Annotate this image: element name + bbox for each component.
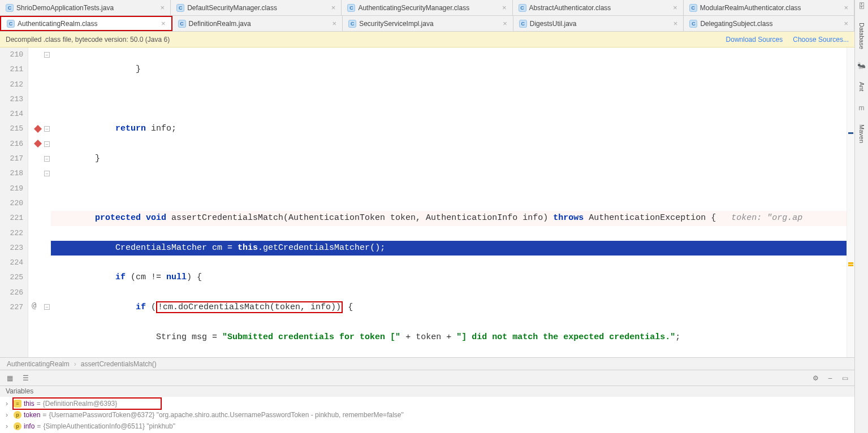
variable-row[interactable]: › ≡ this = {DefinitionRealm@6393}	[0, 398, 854, 409]
tab-def-realm[interactable]: CDefinitionRealm.java×	[172, 16, 343, 31]
tree-view-icon[interactable]: ☰	[20, 373, 31, 383]
line-number: 224	[0, 256, 23, 270]
class-icon: C	[689, 4, 697, 12]
close-icon[interactable]: ×	[673, 3, 677, 12]
close-icon[interactable]: ×	[161, 19, 166, 28]
tab-label: AuthenticatingRealm.class	[18, 20, 97, 28]
close-icon[interactable]: ×	[844, 19, 848, 28]
download-sources-link[interactable]: Download Sources	[726, 36, 783, 44]
variable-eq: =	[42, 411, 46, 419]
class-icon: C	[347, 4, 355, 12]
fold-handle[interactable]: –	[44, 171, 50, 176]
right-tool-strip: 🗄 Database 🐜 Ant m Maven	[854, 0, 868, 433]
line-number: 222	[0, 226, 23, 241]
tab-label: DefaultSecurityManager.class	[187, 4, 277, 12]
tab-deleg-subj[interactable]: CDelegatingSubject.class×	[684, 16, 854, 31]
close-icon[interactable]: ×	[673, 19, 678, 28]
code-editor[interactable]: 210 211 212 213 214 215 216 217 218 219 …	[0, 47, 854, 357]
scroll-mark	[848, 262, 853, 264]
variables-panel-title: Variables	[0, 386, 854, 397]
fold-handle[interactable]: –	[44, 126, 50, 132]
breadcrumb-class[interactable]: AuthenticatingRealm	[7, 360, 70, 368]
tab-mod-realm-auth[interactable]: CModularRealmAuthenticator.class×	[684, 0, 854, 15]
maven-tool-button[interactable]: Maven	[857, 122, 866, 145]
fold-handle[interactable]: –	[44, 52, 50, 58]
code-area[interactable]: } return info; } protected void assertCr…	[51, 47, 847, 357]
variable-eq: =	[37, 400, 41, 408]
param-icon: p	[14, 411, 21, 419]
code-text: token: "org.ap	[731, 213, 802, 223]
breadcrumb: AuthenticatingRealm › assertCredentialsM…	[0, 357, 854, 370]
tab-auth-sec-mgr[interactable]: CAuthenticatingSecurityManager.class×	[342, 0, 512, 15]
tab-abstract-auth[interactable]: CAbstractAuthenticator.class×	[513, 0, 684, 15]
close-icon[interactable]: ×	[161, 3, 165, 12]
expand-icon[interactable]: ›	[6, 400, 11, 408]
class-icon: C	[7, 20, 15, 28]
minimize-icon[interactable]: –	[825, 373, 835, 383]
tab-label: AbstractAuthenticator.class	[529, 4, 611, 12]
expand-icon[interactable]: ›	[6, 411, 11, 419]
tab-auth-realm[interactable]: CAuthenticatingRealm.class×	[0, 16, 172, 31]
database-tool-button[interactable]: Database	[857, 20, 866, 51]
class-icon: C	[176, 4, 184, 12]
close-icon[interactable]: ×	[331, 3, 336, 12]
close-icon[interactable]: ×	[503, 19, 507, 28]
table-view-icon[interactable]: ▦	[5, 373, 15, 383]
breadcrumb-method[interactable]: assertCredentialsMatch()	[81, 360, 157, 368]
tab-default-sec-mgr[interactable]: CDefaultSecurityManager.class×	[171, 0, 342, 15]
bookmark-icon[interactable]	[34, 125, 42, 133]
code-text: protected void	[95, 213, 166, 223]
variables-panel: › ≡ this = {DefinitionRealm@6393} › p to…	[0, 397, 854, 433]
code-text: throws	[553, 213, 584, 223]
tab-digests[interactable]: CDigestsUtil.java×	[513, 16, 684, 31]
tab-label: ModularRealmAuthenticator.class	[700, 4, 801, 12]
line-number: 221	[0, 211, 23, 226]
code-text: assertCredentialsMatch(AuthenticationTok…	[166, 213, 553, 223]
expand-icon[interactable]: ›	[6, 422, 11, 430]
code-text: (cm !=	[126, 272, 166, 282]
code-text: if	[115, 272, 126, 282]
code-text: + token +	[400, 332, 456, 342]
tab-sec-svc[interactable]: CSecurityServiceImpl.java×	[343, 16, 513, 31]
fold-handle[interactable]: –	[44, 141, 50, 147]
editor-scrollbar[interactable]	[847, 47, 854, 357]
tab-shrio-demo[interactable]: CShrioDemoApplicationTests.java×	[0, 0, 171, 15]
variable-row[interactable]: › p token = {UsernamePasswordToken@6372}…	[0, 409, 854, 421]
close-icon[interactable]: ×	[502, 3, 507, 12]
decompiled-notice: Decompiled .class file, bytecode version…	[0, 32, 854, 47]
debug-toolbar: ▦ ☰ ⚙ – ▭	[0, 370, 854, 386]
tab-label: ShrioDemoApplicationTests.java	[16, 4, 114, 12]
code-text: if	[136, 302, 146, 312]
line-number: 213	[0, 92, 23, 107]
code-text: }	[54, 64, 141, 74]
tabs-row-1: CShrioDemoApplicationTests.java× CDefaul…	[0, 0, 854, 16]
choose-sources-link[interactable]: Choose Sources...	[793, 36, 849, 44]
tabs-row-2: CAuthenticatingRealm.class× CDefinitionR…	[0, 16, 854, 32]
fold-handle[interactable]: –	[44, 304, 50, 310]
variable-name: info	[24, 422, 34, 430]
variable-row[interactable]: › p info = {SimpleAuthenticationInfo@651…	[0, 421, 854, 432]
restore-icon[interactable]: ▭	[840, 373, 850, 383]
class-icon: C	[689, 20, 697, 28]
close-icon[interactable]: ×	[332, 19, 337, 28]
override-icon[interactable]: @	[32, 301, 40, 309]
class-icon: C	[178, 20, 186, 28]
gear-icon[interactable]: ⚙	[810, 373, 821, 383]
line-number: 217	[0, 151, 23, 166]
tab-label: AuthenticatingSecurityManager.class	[358, 4, 469, 12]
line-number: 220	[0, 196, 23, 211]
param-icon: p	[14, 422, 21, 430]
ant-icon: 🐜	[857, 62, 866, 70]
variable-value: {UsernamePasswordToken@6372} "org.apache…	[49, 411, 403, 419]
bookmark-icon[interactable]	[34, 140, 42, 148]
ant-tool-button[interactable]: Ant	[857, 80, 866, 94]
line-number: 214	[0, 107, 23, 122]
panel-title: Variables	[6, 387, 33, 395]
fold-handle[interactable]: –	[44, 156, 50, 162]
line-number: 215	[0, 122, 23, 136]
tab-label: SecurityServiceImpl.java	[359, 20, 433, 28]
gutter-marks: – – – – – – @	[28, 47, 51, 357]
line-number: 219	[0, 181, 23, 196]
close-icon[interactable]: ×	[844, 3, 848, 12]
code-text: CredentialsMatcher cm =	[115, 243, 237, 253]
